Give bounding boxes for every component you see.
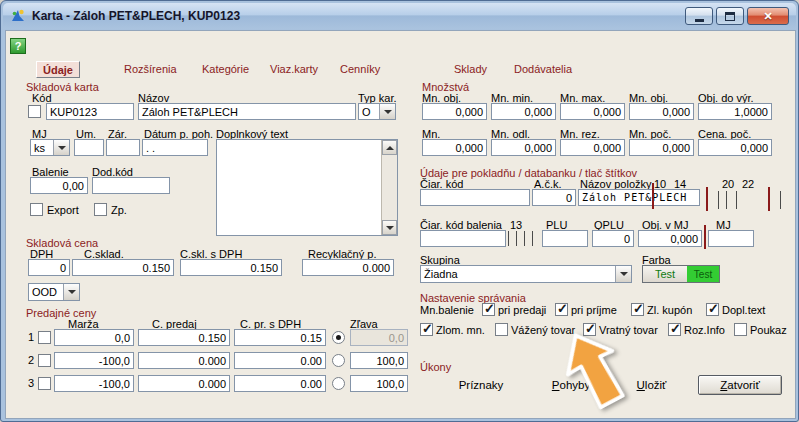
typ-kar-dropdown-button[interactable] [379, 104, 395, 119]
price-row-radio[interactable] [332, 354, 345, 367]
obj-v-mj-field[interactable]: 0,000 [638, 230, 702, 247]
chevron-down-icon [620, 272, 628, 276]
scroll-up-button[interactable] [382, 140, 397, 155]
mn-odl-field[interactable]: 0,000 [491, 139, 556, 156]
mn-balenie-label: Mn.balenie [420, 304, 474, 316]
c-skl-s-dph-field[interactable]: 0.150 [180, 259, 282, 276]
um-field[interactable] [74, 139, 104, 156]
price-row-radio[interactable] [332, 331, 345, 344]
ruler-mark-13: 13 [510, 219, 522, 231]
dopl-text-checkbox[interactable] [706, 303, 719, 316]
nazov-polozky-field[interactable]: Záloh PET&PLECH [578, 189, 700, 206]
kod-checkbox[interactable] [28, 105, 41, 118]
pri-prijme-checkbox[interactable] [555, 303, 568, 316]
tab-rozsirenia[interactable]: Rozšírenia [118, 61, 183, 78]
ood-combo[interactable]: OOD [28, 283, 80, 301]
zlava-field-2[interactable]: 100,0 [350, 352, 408, 369]
c-predaj-field-3[interactable]: 0.000 [138, 375, 230, 392]
farba-test-label: Test [643, 266, 687, 282]
vazeny-tovar-checkbox[interactable] [495, 323, 508, 336]
c-pr-s-dph-field-1[interactable]: 0.15 [234, 329, 326, 346]
marza-field-2[interactable]: -100,0 [54, 352, 134, 369]
c-predaj-field-2[interactable]: 0.000 [138, 352, 230, 369]
typ-kar-combo[interactable]: O [358, 103, 396, 120]
zl-kupon-checkbox[interactable] [631, 303, 644, 316]
titlebar[interactable]: Karta - Záloh PET&PLECH, KUP0123 [3, 3, 796, 29]
doplnkovy-text-scrollbar[interactable] [381, 140, 397, 235]
ack-field[interactable]: 0 [532, 189, 576, 206]
zlom-mn-checkbox[interactable] [420, 323, 433, 336]
marza-field-3[interactable]: -100,0 [54, 375, 134, 392]
zlom-mn-label: Zlom. mn. [436, 324, 485, 336]
dod-kod-field[interactable] [92, 177, 170, 194]
ciar-kod-balenia-field[interactable] [420, 230, 506, 247]
tab-cenniky[interactable]: Cenníky [334, 61, 386, 78]
zatvorit-button[interactable]: Zatvoriť [698, 375, 782, 395]
zl-kupon-label: Zl. kupón [647, 304, 692, 316]
pri-predaji-checkbox[interactable] [482, 303, 495, 316]
datum-field[interactable]: . . [142, 139, 208, 156]
price-row-checkbox[interactable] [38, 331, 51, 344]
poukaz-checkbox[interactable] [734, 323, 747, 336]
priznaky-label: Príznaky [459, 379, 504, 391]
mn-field[interactable]: 0,000 [422, 139, 487, 156]
client-area: ? Údaje Rozšírenia Kategórie Viaz.karty … [5, 30, 796, 419]
poukaz-label: Poukaz [750, 324, 787, 336]
scroll-down-button[interactable] [382, 220, 397, 235]
c-sklad-field[interactable]: 0.150 [72, 259, 174, 276]
c-predaj-field-1[interactable]: 0.150 [138, 329, 230, 346]
balenie-field[interactable]: 0,00 [30, 177, 88, 194]
mn-obj-field[interactable]: 0,000 [422, 103, 487, 120]
price-row-checkbox[interactable] [38, 377, 51, 390]
barcode-ruler-tick [524, 231, 525, 246]
nazov-field[interactable]: Záloh PET&PLECH [138, 103, 356, 120]
roz-info-checkbox[interactable] [668, 323, 681, 336]
price-row-checkbox[interactable] [38, 354, 51, 367]
zar-field[interactable] [106, 139, 140, 156]
cena-poc-field[interactable]: 0,000 [698, 139, 772, 156]
mn-obj2-field[interactable]: 0,000 [629, 103, 694, 120]
mj-combo[interactable]: ks [30, 139, 70, 156]
plu-field[interactable] [542, 230, 588, 247]
zlava-field-1[interactable]: 0,0 [350, 329, 408, 346]
dph-field[interactable]: 0 [28, 259, 70, 276]
qplu-field[interactable]: 0 [592, 230, 634, 247]
close-button[interactable] [747, 7, 789, 25]
tab-kategorie[interactable]: Kategórie [196, 61, 255, 78]
mn-min-field[interactable]: 0,000 [491, 103, 556, 120]
c-pr-s-dph-field-2[interactable]: 0.00 [234, 352, 326, 369]
skupina-dropdown-button[interactable] [615, 266, 631, 282]
zp-checkbox[interactable] [94, 203, 107, 216]
mn-poc-field[interactable]: 0,000 [629, 139, 694, 156]
mj2-field[interactable] [708, 230, 754, 247]
ood-dropdown-button[interactable] [63, 284, 79, 300]
tab-dodavatelia[interactable]: Dodávatelia [508, 61, 578, 78]
minimize-button[interactable] [685, 7, 713, 25]
farba-test-button[interactable]: Test Test [642, 265, 720, 283]
close-icon [763, 10, 772, 23]
skupina-combo[interactable]: Žiadna [420, 265, 632, 283]
obj-do-vyr-field[interactable]: 1,0000 [698, 103, 772, 120]
tab-sklady[interactable]: Sklady [448, 61, 493, 78]
priznaky-button[interactable]: Príznaky [446, 375, 516, 395]
tab-viaz-karty[interactable]: Viaz.karty [264, 61, 324, 78]
mj-dropdown-button[interactable] [53, 140, 69, 155]
zlava-field-3[interactable]: 100,0 [350, 375, 408, 392]
recyklacny-field[interactable]: 0.000 [302, 259, 394, 276]
group-title-ukony: Úkony [420, 361, 451, 373]
maximize-button[interactable] [716, 7, 744, 25]
ciar-kod-field[interactable] [420, 189, 530, 206]
help-button[interactable]: ? [10, 38, 26, 54]
barcode-ruler-tick [532, 231, 533, 246]
export-checkbox[interactable] [30, 203, 43, 216]
price-row-radio[interactable] [332, 377, 345, 390]
c-pr-s-dph-field-3[interactable]: 0.00 [234, 375, 326, 392]
zatvorit-accel: Z [720, 379, 727, 391]
tab-udaje[interactable]: Údaje [36, 61, 80, 78]
mn-max-field[interactable]: 0,000 [560, 103, 625, 120]
doplnkovy-text-area[interactable] [216, 139, 398, 236]
marza-field-1[interactable]: 0,0 [54, 329, 134, 346]
mn-rez-field[interactable]: 0,000 [560, 139, 625, 156]
kod-field[interactable]: KUP0123 [46, 103, 134, 120]
window-controls [685, 7, 789, 25]
